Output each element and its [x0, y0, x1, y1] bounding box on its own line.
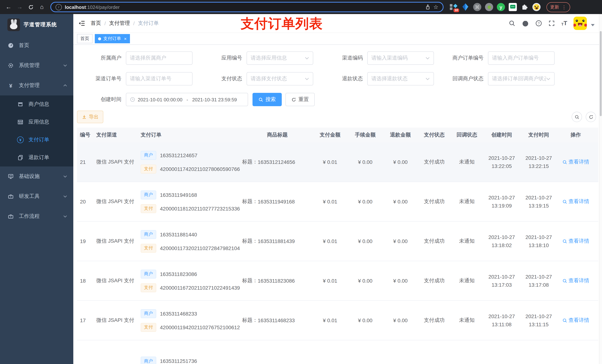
filter-row-2: 渠道订单号 请输入渠道订单号 支付状态 请选择支付状态 退款状态	[77, 72, 598, 85]
merchant-select[interactable]: 请选择所属商户	[126, 52, 193, 65]
close-icon[interactable]: ×	[124, 36, 127, 41]
cell-actions: 查看详情	[557, 301, 594, 340]
search-button[interactable]: 搜索	[252, 93, 282, 106]
refund-status-select[interactable]: 请选择退款状态	[367, 72, 434, 85]
table-settings	[572, 112, 598, 122]
browser-update-button[interactable]: 更新 ⋮	[547, 2, 570, 12]
refresh-table-button[interactable]	[586, 112, 596, 122]
field-label: 渠道编码	[318, 55, 367, 62]
avatar-dropdown-caret[interactable]	[591, 24, 595, 26]
cell-channel: 微信 JSAPI 支付	[96, 182, 138, 221]
view-detail-link[interactable]: 查看详情	[562, 317, 589, 324]
github-icon	[522, 20, 529, 27]
font-size-icon: T	[561, 22, 563, 26]
extension-chat-icon[interactable]	[509, 3, 517, 11]
user-avatar[interactable]	[573, 17, 587, 30]
extension-dot-icon[interactable]	[485, 3, 493, 11]
tag-home[interactable]: 首页	[77, 34, 93, 43]
bookmark-star-button[interactable]: ☆	[433, 4, 438, 10]
sidebar-item-dev-tools[interactable]: 研发工具	[0, 187, 73, 207]
pay-order-table: 编号 支付渠道 支付订单 商品标题 支付金额 手续金额 退款金额 支付状态 回调…	[77, 128, 598, 364]
pay-tag: 支付	[141, 204, 156, 213]
filter-merchant-order-no: 商户订单编号 请输入商户订单编号	[439, 52, 555, 65]
sidebar-item-home[interactable]: 首页	[0, 35, 73, 55]
field-label: 所属商户	[77, 55, 126, 62]
channel-code-select[interactable]: 请输入渠道编码	[367, 52, 434, 65]
cell-id: 18	[77, 261, 96, 300]
sidebar-item-refund-order[interactable]: 退款订单	[0, 149, 73, 166]
extension-tabs-icon[interactable]: 10	[450, 3, 458, 11]
navbar: 首页 / 支付管理 / 支付订单 ?	[73, 14, 602, 33]
merchant-order-no: 1635312124657	[160, 152, 197, 158]
briefcase-icon	[7, 193, 14, 199]
cell-status: 支付成功	[418, 222, 451, 261]
browser-home-button[interactable]: ⌂	[37, 2, 47, 12]
channel-order-no-input[interactable]: 请输入渠道订单号	[126, 72, 193, 85]
date-range-end: 2021-10-31 23:59:59	[192, 97, 237, 102]
share-button[interactable]	[425, 4, 430, 10]
merchant-order-no: 1635311468233	[160, 311, 197, 316]
view-detail-link[interactable]: 查看详情	[562, 159, 589, 165]
sidebar-collapse-button[interactable]	[78, 20, 85, 26]
help-button[interactable]: ?	[535, 20, 542, 27]
cell-id: 20	[77, 182, 96, 221]
scrollbar-thumb[interactable]	[600, 31, 602, 116]
browser-back-button[interactable]: ←	[4, 2, 13, 12]
view-detail-link[interactable]: 查看详情	[562, 238, 589, 245]
view-detail-link[interactable]: 查看详情	[562, 277, 589, 284]
fullscreen-button[interactable]	[548, 20, 555, 27]
browser-forward-button[interactable]: →	[15, 2, 24, 12]
app-select[interactable]: 请选择应用信息	[247, 52, 313, 65]
sidebar-item-merchant-info[interactable]: 商户信息	[0, 95, 73, 113]
address-bar[interactable]: i localhost:1024/pay/order ☆	[50, 2, 443, 12]
merchant-tag: 商户	[141, 309, 156, 318]
tag-pay-order[interactable]: 支付订单 ×	[95, 34, 130, 43]
merchant-order-no-input[interactable]: 请输入商户订单编号	[488, 52, 555, 65]
github-link[interactable]	[522, 20, 529, 27]
sidebar-item-payment[interactable]: ¥ 支付管理	[0, 75, 73, 95]
toggle-search-button[interactable]	[572, 112, 582, 122]
sidebar-item-workflow[interactable]: 工作流程	[0, 207, 73, 226]
col-fee: 手续金额	[348, 132, 383, 138]
sidebar-item-pay-order[interactable]: ¥ 支付订单	[0, 131, 73, 149]
cell-fee: ¥ 0.00	[348, 142, 383, 182]
extension-kite-icon[interactable]	[461, 3, 469, 11]
extension-command-icon[interactable]: ⌘	[473, 3, 481, 11]
breadcrumb-payment[interactable]: 支付管理	[109, 20, 130, 27]
notify-status-select[interactable]: 请选择订单回调商户状态	[488, 72, 555, 85]
sidebar-item-infrastructure[interactable]: 基础设施	[0, 166, 73, 187]
briefcase-icon	[7, 213, 14, 219]
update-label: 更新	[550, 4, 559, 10]
download-icon	[82, 114, 87, 119]
field-label: 支付状态	[198, 75, 247, 82]
extension-yudao-icon[interactable]: y	[497, 3, 505, 11]
export-button[interactable]: 导出	[77, 111, 103, 123]
sidebar-item-label: 应用信息	[29, 119, 49, 125]
browser-reload-button[interactable]	[26, 2, 35, 12]
shop-icon	[17, 101, 24, 107]
puzzle-extensions-icon[interactable]	[521, 3, 529, 11]
sidebar-logo[interactable]: 芋道管理系统	[0, 14, 73, 35]
browser-profile-avatar[interactable]	[532, 3, 540, 11]
chevron-down-icon	[305, 77, 309, 81]
header-search-button[interactable]	[509, 20, 515, 27]
sidebar-item-app-info[interactable]: 应用信息	[0, 113, 73, 131]
gear-icon	[7, 62, 14, 68]
star-icon: ☆	[433, 4, 438, 10]
search-icon	[574, 114, 579, 119]
pay-status-select[interactable]: 请选择支付状态	[247, 72, 313, 85]
sidebar-item-system[interactable]: 系统管理	[0, 55, 73, 75]
site-info-icon[interactable]: i	[55, 4, 62, 10]
create-time-range-picker[interactable]: 2021-10-01 00:00:00 - 2021-10-31 23:59:5…	[126, 93, 248, 106]
col-status: 支付状态	[418, 132, 451, 138]
font-size-button[interactable]: TT	[561, 20, 567, 26]
search-icon	[562, 199, 567, 204]
cell-fee: ¥ 0.00	[348, 261, 383, 300]
date-range-start: 2021-10-01 00:00:00	[138, 97, 182, 102]
view-detail-link[interactable]: 查看详情	[562, 198, 589, 205]
share-icon	[425, 4, 430, 10]
reset-button[interactable]: 重置	[285, 93, 315, 106]
table-row: 21 微信 JSAPI 支付 商户1635312124657 支付4200001…	[77, 142, 598, 182]
page-scrollbar[interactable]	[599, 14, 602, 364]
breadcrumb-home[interactable]: 首页	[91, 20, 101, 27]
